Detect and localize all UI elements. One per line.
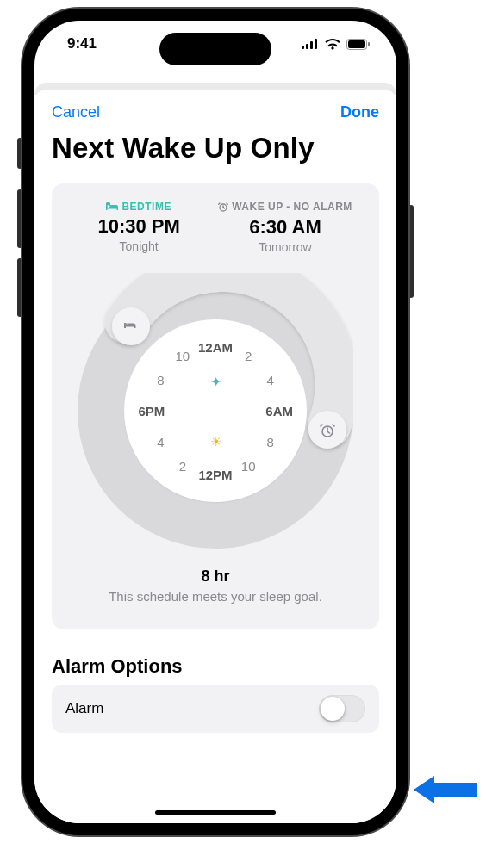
- sleep-clock[interactable]: 12AM 12PM 6PM 6AM 2 4 8 10 2 4 8 10 ✦ ☀: [78, 273, 353, 549]
- wake-value: 6:30 AM: [218, 216, 352, 239]
- cancel-button[interactable]: Cancel: [52, 103, 100, 121]
- bedtime-sub: Tonight: [78, 239, 199, 253]
- modal-sheet: Cancel Done Next Wake Up Only BEDTIME 10…: [34, 90, 396, 823]
- wifi-icon: [325, 39, 340, 50]
- cellular-icon: [302, 39, 319, 49]
- svg-rect-2: [310, 41, 313, 49]
- alarm-row-label: Alarm: [65, 700, 103, 717]
- bed-icon: [106, 202, 118, 211]
- dynamic-island: [159, 33, 271, 65]
- wake-column: WAKE UP - NO ALARM 6:30 AM Tomorrow: [218, 201, 352, 254]
- status-icons: [302, 39, 371, 50]
- screen: 9:41 Cancel Done Next Wake Up Only: [34, 21, 396, 823]
- wake-label: WAKE UP - NO ALARM: [218, 201, 352, 213]
- svg-rect-0: [302, 46, 304, 49]
- callout-arrow-icon: [414, 771, 477, 809]
- svg-rect-1: [306, 44, 308, 49]
- home-indicator[interactable]: [155, 810, 276, 815]
- times-row: BEDTIME 10:30 PM Tonight WAKE UP - NO AL…: [65, 201, 365, 254]
- wake-sub: Tomorrow: [218, 240, 352, 254]
- switch-knob: [321, 697, 345, 721]
- nav-bar: Cancel Done: [34, 90, 396, 130]
- phone-frame: 9:41 Cancel Done Next Wake Up Only: [22, 9, 408, 835]
- svg-rect-3: [315, 39, 317, 49]
- sleep-goal-text: This schedule meets your sleep goal.: [65, 589, 365, 604]
- sleep-duration: 8 hr: [65, 567, 365, 586]
- page-title: Next Wake Up Only: [34, 130, 396, 183]
- alarm-row: Alarm: [52, 685, 379, 733]
- bedtime-label-text: BEDTIME: [122, 201, 171, 213]
- schedule-card: BEDTIME 10:30 PM Tonight WAKE UP - NO AL…: [52, 183, 379, 629]
- wake-label-text: WAKE UP - NO ALARM: [232, 201, 352, 213]
- alarm-clock-icon: [218, 202, 228, 212]
- side-button-power: [408, 205, 414, 298]
- battery-icon: [346, 39, 371, 50]
- bedtime-label: BEDTIME: [106, 201, 171, 213]
- svg-rect-6: [368, 42, 370, 46]
- bedtime-handle[interactable]: [112, 307, 150, 345]
- alarm-options-title: Alarm Options: [34, 629, 396, 685]
- bedtime-column: BEDTIME 10:30 PM Tonight: [78, 201, 199, 254]
- alarm-toggle[interactable]: [319, 695, 365, 722]
- svg-rect-5: [348, 40, 365, 48]
- wake-handle[interactable]: [308, 411, 346, 449]
- sleep-arc[interactable]: [78, 273, 353, 549]
- status-time: 9:41: [67, 35, 97, 53]
- done-button[interactable]: Done: [340, 103, 379, 121]
- bedtime-value: 10:30 PM: [78, 215, 199, 238]
